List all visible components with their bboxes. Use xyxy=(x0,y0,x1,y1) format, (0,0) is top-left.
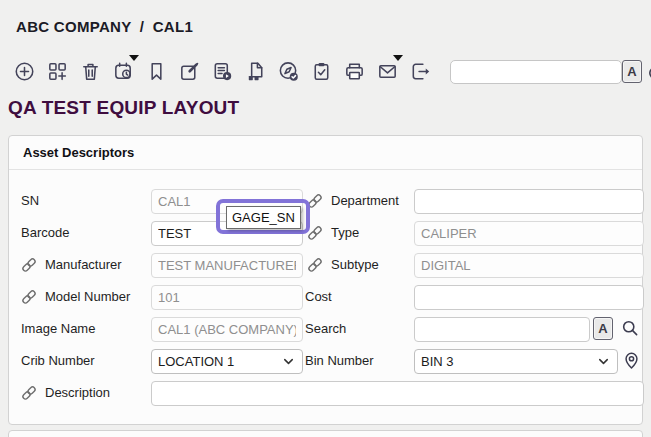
print-button[interactable] xyxy=(342,57,366,85)
image-name-label: Image Name xyxy=(21,321,95,336)
compass-check-icon xyxy=(277,60,300,83)
manufacturer-label: Manufacturer xyxy=(45,257,122,272)
type-input[interactable] xyxy=(414,221,644,246)
envelope-icon xyxy=(376,60,399,83)
edit-button[interactable] xyxy=(177,57,201,85)
next-panel-edge xyxy=(8,430,643,437)
search-label: Search xyxy=(305,321,346,336)
model-number-label: Model Number xyxy=(45,289,130,304)
bookmark-button[interactable] xyxy=(144,57,168,85)
asset-search-input[interactable] xyxy=(414,317,590,342)
asset-descriptors-panel: Asset Descriptors SN Department Barcode … xyxy=(8,135,643,425)
breadcrumb: ABC COMPANY / CAL1 xyxy=(16,18,193,35)
subtype-input[interactable] xyxy=(414,253,644,278)
manufacturer-input[interactable] xyxy=(151,253,303,278)
chevron-down-icon xyxy=(281,354,296,369)
model-number-input[interactable] xyxy=(151,285,303,310)
description-input[interactable] xyxy=(151,381,644,406)
crib-number-select[interactable]: LOCATION 1 xyxy=(151,349,303,374)
subtype-label: Subtype xyxy=(331,257,379,272)
document-hierarchy-icon xyxy=(244,60,267,83)
copy-structure-button[interactable] xyxy=(243,57,267,85)
panel-header: Asset Descriptors xyxy=(9,136,642,170)
toolbar-font-a-button[interactable]: A xyxy=(622,60,642,83)
bin-number-value: BIN 3 xyxy=(421,354,454,369)
add-layout-button[interactable] xyxy=(45,57,69,85)
checklist-button[interactable] xyxy=(309,57,333,85)
calendar-clock-icon xyxy=(112,60,135,83)
bin-number-label: Bin Number xyxy=(305,353,374,368)
image-name-input[interactable] xyxy=(151,317,303,342)
field-tooltip: GAGE_SN xyxy=(226,206,301,229)
breadcrumb-record[interactable]: CAL1 xyxy=(153,18,193,35)
export-button[interactable] xyxy=(408,57,432,85)
bookmark-icon xyxy=(145,60,168,83)
breadcrumb-company[interactable]: ABC COMPANY xyxy=(16,18,131,35)
panel-title: Asset Descriptors xyxy=(23,145,134,160)
trash-icon xyxy=(79,60,102,83)
schedule-dropdown-arrow-icon xyxy=(129,55,139,61)
page-title: QA TEST EQUIP LAYOUT xyxy=(8,97,239,119)
manufacturer-link-icon[interactable] xyxy=(19,255,39,279)
model-number-link-icon[interactable] xyxy=(19,287,39,311)
clipboard-check-icon xyxy=(310,60,333,83)
chevron-down-icon xyxy=(596,354,611,369)
barcode-label: Barcode xyxy=(21,225,69,240)
schedule-button[interactable] xyxy=(111,57,135,85)
description-label: Description xyxy=(45,385,110,400)
toolbar xyxy=(12,57,432,85)
document-play-icon xyxy=(211,60,234,83)
subtype-link-icon[interactable] xyxy=(305,255,325,279)
grid-plus-icon xyxy=(46,60,69,83)
email-dropdown-arrow-icon xyxy=(393,55,403,61)
run-report-button[interactable] xyxy=(210,57,234,85)
department-input[interactable] xyxy=(414,189,644,214)
search-magnifier-icon[interactable] xyxy=(620,318,641,343)
circle-plus-icon xyxy=(13,60,36,83)
crib-number-value: LOCATION 1 xyxy=(158,354,234,369)
description-link-icon[interactable] xyxy=(19,383,39,407)
pencil-square-icon xyxy=(178,60,201,83)
printer-icon xyxy=(343,60,366,83)
delete-button[interactable] xyxy=(78,57,102,85)
location-pin-icon[interactable] xyxy=(621,350,642,375)
cost-input[interactable] xyxy=(414,285,644,310)
cost-label: Cost xyxy=(305,289,332,304)
breadcrumb-separator: / xyxy=(136,18,148,35)
type-label: Type xyxy=(331,225,359,240)
bin-number-select[interactable]: BIN 3 xyxy=(414,349,618,374)
search-font-a-button[interactable]: A xyxy=(593,317,613,340)
add-button[interactable] xyxy=(12,57,36,85)
verify-gage-button[interactable] xyxy=(276,57,300,85)
crib-number-label: Crib Number xyxy=(21,353,95,368)
toolbar-search-input[interactable] xyxy=(450,60,622,84)
sn-label: SN xyxy=(21,193,39,208)
clipped-search-icon xyxy=(646,63,651,83)
department-label: Department xyxy=(331,193,399,208)
box-arrow-right-icon xyxy=(409,60,432,83)
email-button[interactable] xyxy=(375,57,399,85)
